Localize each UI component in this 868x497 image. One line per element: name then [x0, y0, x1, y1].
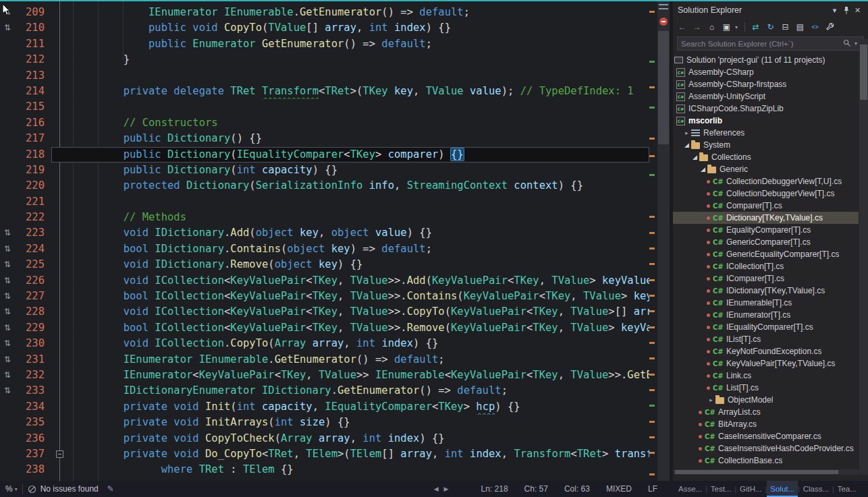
tree-item-file[interactable]: C#KeyNotFoundException.cs	[673, 345, 859, 357]
code-line-235[interactable]: 235 private void InitArrays(int size) {}	[0, 415, 649, 430]
code-line-214[interactable]: 214 private delegate TRet Transform<TRet…	[0, 84, 649, 99]
line-number[interactable]: 232	[15, 368, 51, 383]
line-number[interactable]: 228	[15, 304, 51, 320]
code-editor[interactable]: ⇅209 IEnumerator IEnumerable.GetEnumerat…	[0, 1, 670, 481]
code-line-228[interactable]: ⇅228 void ICollection<KeyValuePair<TKey,…	[0, 304, 649, 320]
line-number[interactable]: 215	[15, 99, 51, 115]
code-line-216[interactable]: 216 // Constructors	[0, 115, 649, 131]
search-icon[interactable]	[843, 38, 851, 50]
tool-window-tab[interactable]: Class...	[800, 481, 832, 497]
tree-item[interactable]: C#Assembly-CSharp-firstpass	[673, 78, 859, 90]
line-number[interactable]: 214	[15, 84, 51, 99]
code-line-215[interactable]: 215	[0, 99, 649, 115]
tree-item-file[interactable]: C#CollectionDebuggerView[T,U].cs	[673, 175, 859, 187]
line-number[interactable]: 236	[15, 431, 51, 446]
refresh-icon[interactable]: ↻	[764, 21, 777, 34]
tool-window-tab[interactable]: Asse...	[675, 481, 705, 497]
line-number[interactable]: 230	[15, 336, 51, 351]
code-line-223[interactable]: ⇅223 void IDictionary.Add(object key, ob…	[0, 225, 649, 241]
view-code-icon[interactable]: <>	[809, 21, 821, 34]
solution-explorer-horizontal-scrollbar[interactable]	[673, 469, 859, 475]
line-number[interactable]: 233	[15, 383, 51, 399]
code-line-220[interactable]: 220 protected Dictionary(SerializationIn…	[0, 178, 649, 194]
line-number[interactable]: 227	[15, 289, 51, 304]
code-line-213[interactable]: 213	[0, 68, 649, 84]
line-number[interactable]: 225	[15, 257, 51, 272]
code-line-233[interactable]: ⇅233 IDictionaryEnumerator IDictionary.G…	[0, 383, 649, 399]
code-line-222[interactable]: 222 // Methods	[0, 210, 649, 225]
tree-item[interactable]: Solution 'project-gui' (11 of 11 project…	[673, 54, 859, 66]
implements-indicator-icon[interactable]: ⇅	[0, 20, 15, 36]
home-icon[interactable]: ⌂	[705, 21, 718, 34]
code-line-217[interactable]: 217 public Dictionary() {}	[0, 131, 649, 146]
tree-item-file[interactable]: C#GenericEqualityComparer[T].cs	[673, 248, 859, 260]
line-number[interactable]: 231	[15, 352, 51, 368]
pin-icon[interactable]	[840, 5, 852, 16]
show-all-files-icon[interactable]: ▤	[794, 21, 807, 34]
code-line-229[interactable]: ⇅229 bool ICollection<KeyValuePair<TKey,…	[0, 320, 649, 336]
search-input[interactable]: Search Solution Explorer (Ctrl+`) ▾	[677, 36, 864, 51]
code-line-232[interactable]: ⇅232 IEnumerator<KeyValuePair<TKey, TVal…	[0, 368, 649, 383]
tree-item-file[interactable]: C#IList[T].cs	[673, 333, 859, 345]
collapsed-arrow-icon[interactable]: ▸	[707, 397, 715, 403]
line-number[interactable]: 226	[15, 273, 51, 289]
expanded-arrow-icon[interactable]: ◢	[682, 142, 691, 148]
editor-vertical-scrollbar[interactable]	[657, 1, 670, 481]
tree-item-file[interactable]: C#IEnumerator[T].cs	[673, 309, 859, 321]
tree-item[interactable]: ▸ObjectModel	[673, 394, 859, 406]
code-line-238[interactable]: 238 where TRet : TElem {}	[0, 462, 649, 477]
fold-collapse-icon[interactable]: −	[56, 450, 63, 458]
tool-window-tab[interactable]: Tea...	[834, 481, 860, 497]
line-number[interactable]: 237	[15, 446, 51, 462]
line-number[interactable]: 220	[15, 178, 51, 194]
line-number[interactable]: 238	[15, 462, 51, 477]
tree-item-file[interactable]: C#Comparer[T].cs	[673, 200, 859, 212]
tree-item-file[interactable]: C#CollectionBase.cs	[673, 455, 859, 467]
code-line-227[interactable]: ⇅227 bool ICollection<KeyValuePair<TKey,…	[0, 289, 649, 304]
code-line-219[interactable]: 219 public Dictionary(int capacity) {}	[0, 163, 649, 178]
properties-icon[interactable]	[823, 21, 836, 34]
code-line-236[interactable]: 236 private void CopyToCheck(Array array…	[0, 431, 649, 446]
implements-indicator-icon[interactable]: ⇅	[0, 352, 15, 368]
expanded-arrow-icon[interactable]: ◢	[690, 154, 699, 160]
back-icon[interactable]: ←	[676, 21, 688, 34]
tree-item-file[interactable]: C#Dictionary[TKey,TValue].cs	[673, 212, 859, 224]
implements-indicator-icon[interactable]: ⇅	[0, 225, 15, 241]
scrollbar-thumb[interactable]	[675, 470, 838, 474]
scroll-right-button[interactable]: ▶	[441, 486, 452, 492]
scroll-left-button[interactable]: ◀	[431, 486, 441, 492]
line-number[interactable]: 218	[15, 147, 51, 163]
collapse-all-icon[interactable]: ⊟	[779, 21, 792, 34]
line-number[interactable]: 210	[15, 20, 51, 36]
line-number[interactable]: 229	[15, 320, 51, 336]
tree-item[interactable]: C#Assembly-CSharp	[673, 66, 859, 78]
line-number[interactable]: 211	[15, 36, 51, 52]
implements-indicator-icon[interactable]: ⇅	[0, 241, 15, 257]
tree-item-file[interactable]: C#EqualityComparer[T].cs	[673, 224, 859, 236]
no-issues-indicator[interactable]: No issues found	[28, 484, 99, 494]
implements-indicator-icon[interactable]: ⇅	[0, 320, 15, 336]
implements-indicator-icon[interactable]: ⇅	[0, 336, 15, 351]
tree-item[interactable]: C#ICSharpCode.SharpZipLib	[673, 103, 859, 115]
dropdown-caret-icon[interactable]: ▾	[735, 24, 740, 30]
tree-item-file[interactable]: C#ArrayList.cs	[673, 406, 859, 418]
close-icon[interactable]: ✕	[852, 5, 863, 16]
tree-item-file[interactable]: C#IEqualityComparer[T].cs	[673, 321, 859, 333]
tree-item-file[interactable]: C#CaseInsensitiveComparer.cs	[673, 430, 859, 442]
implements-indicator-icon[interactable]: ⇅	[0, 289, 15, 304]
code-line-212[interactable]: 212 }	[0, 52, 649, 67]
tree-item[interactable]: ◢Generic	[673, 163, 859, 175]
line-number[interactable]: 222	[15, 210, 51, 225]
code-line-226[interactable]: ⇅226 void ICollection<KeyValuePair<TKey,…	[0, 273, 649, 289]
tree-item-file[interactable]: C#KeyValuePair[TKey,TValue].cs	[673, 357, 859, 370]
code-line-225[interactable]: ⇅225 void IDictionary.Remove(object key)…	[0, 257, 649, 272]
code-line-221[interactable]: 221	[0, 194, 649, 210]
tree-item-file[interactable]: C#BitArray.cs	[673, 418, 859, 430]
line-number[interactable]: 209	[15, 5, 51, 20]
tree-item[interactable]: C#Assembly-UnityScript	[673, 90, 859, 103]
chevron-down-icon[interactable]: ▾	[829, 5, 840, 16]
implements-indicator-icon[interactable]: ⇅	[0, 304, 15, 320]
tree-item[interactable]: C#mscorlib	[673, 115, 859, 127]
line-number[interactable]: 223	[15, 225, 51, 241]
tree-item-file[interactable]: C#CollectionDebuggerView[T].cs	[673, 187, 859, 200]
